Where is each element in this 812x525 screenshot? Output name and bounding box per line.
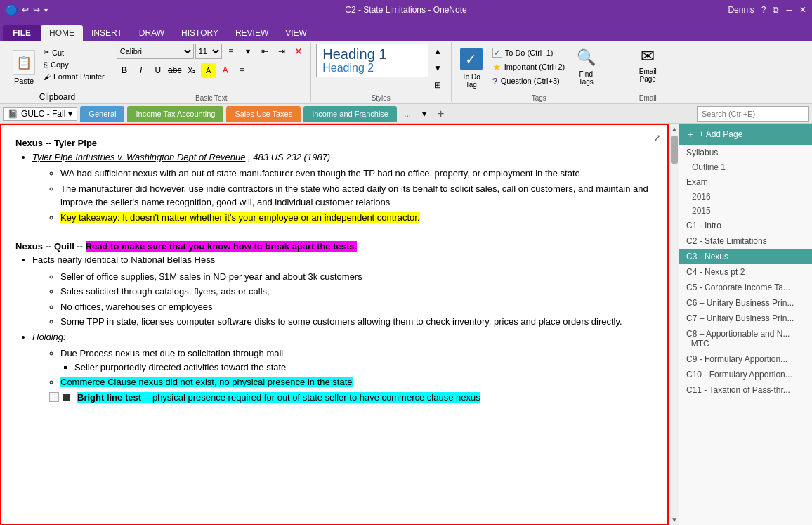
notebook-selector[interactable]: 📓 GULC - Fall ▾: [3, 107, 77, 121]
tab-view[interactable]: VIEW: [277, 25, 315, 41]
tab-income-tax[interactable]: Income Tax Accounting: [127, 106, 223, 122]
cut-button[interactable]: ✂ Cut: [41, 46, 107, 58]
heading2-style[interactable]: Heading 2: [322, 63, 422, 74]
todo-tag-icon: ✓: [459, 46, 484, 72]
holding-bright-line: Bright line test -- physical presence re…: [49, 391, 653, 405]
styles-group: Heading 1 Heading 2 ▲ ▼ ⊞ Styles: [311, 42, 452, 102]
add-page-button[interactable]: ＋ + Add Page: [679, 124, 812, 145]
notebook-search[interactable]: [697, 106, 809, 122]
scroll-thumb[interactable]: [671, 136, 678, 164]
highlight-button[interactable]: A: [201, 63, 216, 78]
expand-button[interactable]: ⤢: [653, 131, 662, 145]
page-c5-corporate[interactable]: C5 - Corporate Income Ta...: [679, 280, 812, 295]
quill-facts-item: Facts nearly identical to National Bella…: [32, 253, 653, 267]
quill-bullet2: Sales solicited through catalogs, flyers…: [60, 285, 653, 299]
main-area: ⤢ Nexus -- Tyler Pipe Tyler Pipe Industr…: [0, 124, 812, 525]
ribbon-tabs: FILE HOME INSERT DRAW HISTORY REVIEW VIE…: [0, 20, 812, 41]
tab-add-button[interactable]: +: [433, 106, 448, 122]
notebook-name: GULC - Fall: [21, 109, 65, 119]
heading1-style[interactable]: Heading 1: [322, 47, 422, 61]
page-c3-nexus[interactable]: C3 - Nexus: [679, 249, 812, 264]
page-c11-taxation[interactable]: C11 - Taxation of Pass-thr...: [679, 382, 812, 398]
bullet-indie-contractors: The manufacturer did however, use indie …: [60, 182, 653, 209]
right-panel: ＋ + Add Page Syllabus Outline 1 Exam 201…: [679, 124, 812, 525]
nexus-tyler-pipe-title: Nexus -- Tyler Pipe: [15, 136, 653, 150]
page-outline1[interactable]: Outline 1: [679, 160, 812, 174]
scroll-down-button[interactable]: ▼: [669, 514, 679, 525]
list-options-button[interactable]: ▾: [240, 44, 256, 59]
tab-home[interactable]: HOME: [41, 25, 83, 41]
email-page-button[interactable]: ✉ EmailPage: [635, 44, 661, 86]
tab-income-franchise[interactable]: Income and Franchise: [303, 106, 397, 122]
page-c9-formulary[interactable]: C9 - Formulary Apportion...: [679, 351, 812, 367]
find-tags-button[interactable]: 🔍 FindTags: [570, 44, 601, 91]
paste-button[interactable]: 📋 Paste: [7, 44, 41, 91]
tab-insert[interactable]: INSERT: [83, 25, 131, 41]
page-c4-nexus-pt2[interactable]: C4 - Nexus pt 2: [679, 264, 812, 280]
star-icon: ★: [492, 61, 502, 72]
tab-review[interactable]: REVIEW: [227, 25, 277, 41]
tags-group: ✓ To DoTag ✓ To Do (Ctrl+1) ★ Important …: [452, 42, 627, 102]
quick-access-more[interactable]: ▾: [44, 6, 48, 14]
tab-general[interactable]: General: [80, 106, 124, 122]
page-c1-intro[interactable]: C1 - Intro: [679, 218, 812, 233]
holding-bullet1: Due Process nexus met due to solicitatio…: [60, 346, 653, 374]
tab-history[interactable]: HISTORY: [173, 25, 227, 41]
question-icon: ?: [492, 76, 498, 86]
page-2015[interactable]: 2015: [679, 204, 812, 218]
tyler-pipe-list: Tyler Pipe Industries v. Washington Dept…: [15, 150, 653, 225]
title-bar: 🔵 ↩ ↪ ▾ C2 - State Limitations - OneNote…: [0, 0, 812, 20]
bold-button[interactable]: B: [117, 63, 132, 78]
tab-draw[interactable]: DRAW: [131, 25, 173, 41]
tab-file[interactable]: FILE: [3, 25, 41, 41]
clipboard-label: Clipboard: [3, 92, 112, 102]
bullet-list-button[interactable]: ≡: [223, 44, 239, 59]
tab-more-button[interactable]: ...: [400, 108, 415, 120]
bullet-key-takeaway: Key takeaway: It doesn't matter whether …: [60, 211, 653, 225]
styles-scroll-up[interactable]: ▲: [430, 44, 445, 59]
todo-tag-button[interactable]: ✓ To DoTag: [456, 44, 487, 91]
find-tags-icon: 🔍: [575, 46, 597, 69]
page-c10-formulary[interactable]: C10 - Formulary Apportion...: [679, 367, 812, 382]
quick-access-redo[interactable]: ↪: [33, 5, 40, 15]
indent-increase-button[interactable]: ⇥: [274, 44, 289, 59]
font-size-select[interactable]: 11: [195, 44, 222, 59]
close-button[interactable]: ✕: [799, 5, 806, 15]
restore-button[interactable]: ⧉: [773, 5, 779, 15]
minimize-button[interactable]: ─: [786, 5, 792, 15]
subscript-button[interactable]: X₂: [184, 63, 199, 78]
help-button[interactable]: ?: [761, 5, 766, 15]
page-c2-state-limitations[interactable]: C2 - State Limitations: [679, 233, 812, 249]
font-name-select[interactable]: Calibri: [117, 44, 194, 59]
styles-expand[interactable]: ⊞: [430, 77, 445, 93]
todo-tag-item[interactable]: ✓ To Do (Ctrl+1): [491, 46, 567, 59]
quick-access-undo[interactable]: ↩: [22, 5, 29, 15]
italic-button[interactable]: I: [133, 63, 149, 78]
strikethrough-button[interactable]: abc: [167, 63, 183, 78]
scroll-up-button[interactable]: ▲: [669, 124, 679, 134]
question-tag-item[interactable]: ? Question (Ctrl+3): [491, 74, 567, 88]
align-button[interactable]: ≡: [235, 63, 250, 78]
clear-format-button[interactable]: ✕: [291, 44, 306, 59]
page-exam[interactable]: Exam: [679, 174, 812, 190]
note-scrollbar[interactable]: ▲ ▼: [669, 124, 679, 525]
styles-scroll-down[interactable]: ▼: [430, 60, 445, 76]
page-c8-apportionable[interactable]: C8 – Apportionable and N... MTC: [679, 326, 812, 351]
page-c7-unitary[interactable]: C7 – Unitary Business Prin...: [679, 311, 812, 326]
copy-button[interactable]: ⎘ Copy: [41, 59, 107, 70]
page-syllabus[interactable]: Syllabus: [679, 145, 812, 160]
page-c6-unitary[interactable]: C6 – Unitary Business Prin...: [679, 295, 812, 311]
format-painter-icon: 🖌: [44, 72, 51, 81]
font-row-1: Calibri 11 ≡ ▾ ⇤ ⇥ ✕: [117, 44, 306, 59]
underline-button[interactable]: U: [150, 63, 166, 78]
important-tag-item[interactable]: ★ Important (Ctrl+2): [491, 60, 567, 74]
indent-decrease-button[interactable]: ⇤: [257, 44, 273, 59]
page-2016[interactable]: 2016: [679, 190, 812, 204]
format-painter-button[interactable]: 🖌 Format Painter: [41, 71, 107, 82]
onenote-icon: 🔵: [6, 4, 18, 15]
tab-dropdown-button[interactable]: ▾: [418, 108, 431, 120]
email-group: ✉ EmailPage Email: [627, 42, 669, 102]
tab-sales-use[interactable]: Sales Use Taxes: [226, 106, 301, 122]
font-color-button[interactable]: A: [218, 63, 233, 78]
clipboard-mini-buttons: ✂ Cut ⎘ Copy 🖌 Format Painter: [41, 44, 107, 91]
